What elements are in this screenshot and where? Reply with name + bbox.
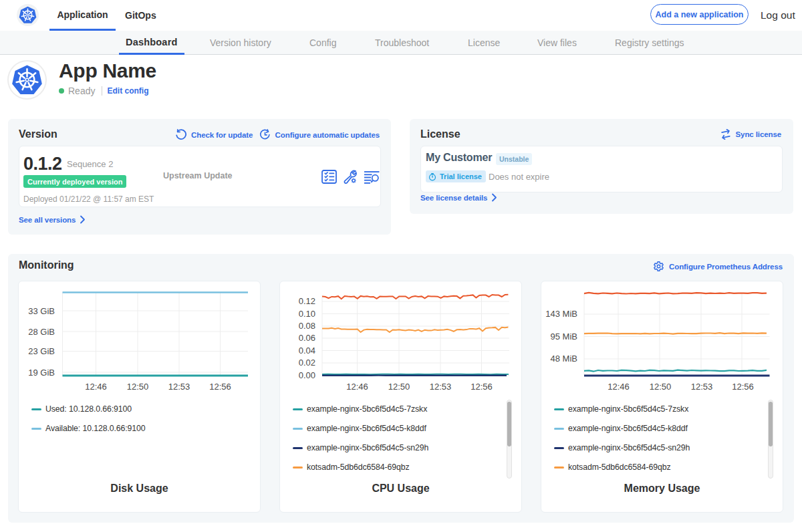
svg-text:48 MiB: 48 MiB [551, 354, 577, 364]
svg-text:95 MiB: 95 MiB [551, 331, 577, 342]
svg-text:19 GiB: 19 GiB [28, 368, 55, 378]
svg-text:12:46: 12:46 [608, 382, 630, 392]
svg-text:143 MiB: 143 MiB [545, 309, 577, 319]
svg-text:0.04: 0.04 [299, 346, 315, 356]
svg-text:12:53: 12:53 [691, 382, 713, 392]
svg-text:0.00: 0.00 [299, 370, 315, 380]
svg-text:12:46: 12:46 [346, 382, 368, 392]
svg-text:12:53: 12:53 [430, 382, 452, 392]
svg-text:0.02: 0.02 [299, 358, 315, 368]
svg-text:12:53: 12:53 [168, 382, 190, 392]
svg-text:28 GiB: 28 GiB [28, 327, 55, 337]
svg-text:12:50: 12:50 [650, 382, 672, 392]
svg-text:12:46: 12:46 [85, 382, 107, 392]
svg-text:12:50: 12:50 [127, 382, 149, 392]
svg-text:12:56: 12:56 [471, 382, 493, 392]
svg-text:0.06: 0.06 [299, 333, 315, 343]
svg-text:0.12: 0.12 [299, 296, 315, 306]
svg-text:33 GiB: 33 GiB [28, 306, 55, 316]
svg-text:12:56: 12:56 [732, 382, 754, 392]
svg-text:12:50: 12:50 [388, 382, 410, 392]
svg-text:0.10: 0.10 [299, 309, 315, 319]
svg-text:12:56: 12:56 [209, 382, 231, 392]
svg-text:23 GiB: 23 GiB [28, 346, 55, 356]
svg-text:0.08: 0.08 [299, 321, 315, 331]
